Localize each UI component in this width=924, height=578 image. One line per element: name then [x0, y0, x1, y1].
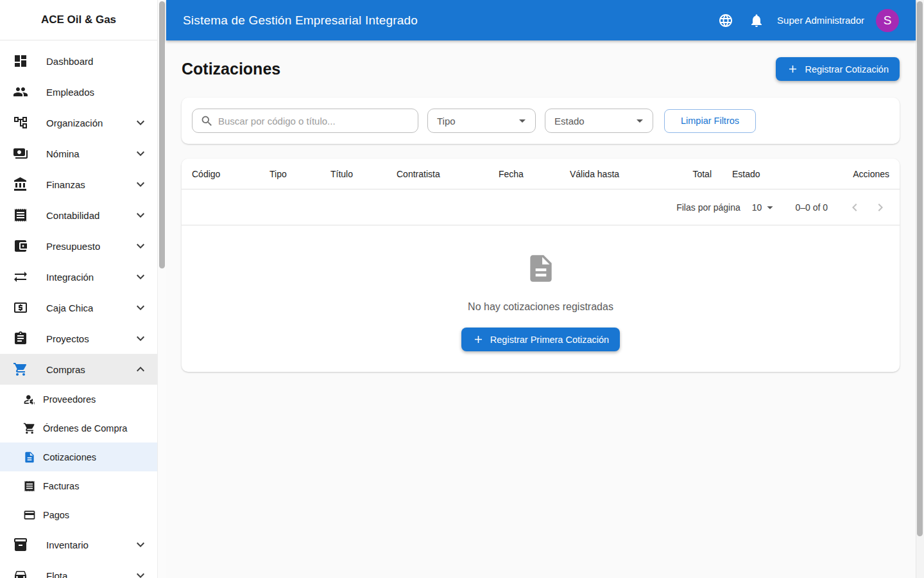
cart-icon — [13, 362, 28, 377]
sidebar-item-label: Inventario — [46, 539, 89, 550]
suppliers-icon — [23, 393, 36, 406]
chevron-down-icon — [133, 207, 148, 223]
chevron-down-icon — [133, 568, 148, 578]
chevron-left-icon — [847, 200, 862, 215]
sidebar-item-label: Nómina — [46, 148, 80, 159]
sidebar-subitem-facturas[interactable]: Facturas — [0, 471, 157, 500]
sidebar-item-label: Compras — [46, 364, 85, 375]
table-pagination: Filas por página 10 0–0 of 0 — [182, 189, 900, 225]
sidebar: ACE Oil & Gas Dashboard Empleados Organi… — [0, 0, 157, 578]
clear-filters-button[interactable]: Limpiar Filtros — [664, 109, 756, 133]
credit-card-icon — [23, 509, 36, 521]
car-icon — [13, 568, 28, 578]
sidebar-item-label: Organización — [46, 118, 103, 128]
chevron-down-icon — [133, 537, 148, 552]
main-area: Sistema de Gestión Empresarial Integrado… — [166, 0, 916, 578]
dashboard-icon — [13, 53, 28, 69]
sidebar-subitem-label: Proveedores — [43, 394, 96, 405]
sidebar-item-proyectos[interactable]: Proyectos — [0, 323, 157, 354]
chevron-down-icon — [133, 115, 148, 130]
sidebar-subitem-label: Cotizaciones — [43, 452, 96, 462]
type-select-label: Tipo — [437, 116, 456, 127]
column-header-acciones: Acciones — [817, 159, 900, 189]
sidebar-item-label: Dashboard — [46, 56, 93, 67]
chevron-down-icon — [133, 177, 148, 192]
sidebar-item-label: Caja Chica — [46, 302, 93, 313]
empty-document-icon — [525, 252, 557, 285]
avatar-initial: S — [884, 13, 892, 28]
sidebar-item-contabilidad[interactable]: Contabilidad — [0, 200, 157, 231]
plus-icon — [787, 63, 799, 75]
search-icon — [200, 114, 214, 128]
page-content: Cotizaciones Registrar Cotización Tipo E… — [166, 40, 916, 578]
page-scrollbar-thumb[interactable] — [917, 1, 923, 536]
column-header-tipo: Tipo — [259, 159, 320, 189]
sidebar-scrollbar-thumb[interactable] — [159, 1, 165, 268]
type-select[interactable]: Tipo — [427, 109, 536, 133]
register-quotation-label: Registrar Cotización — [805, 64, 889, 74]
dropdown-arrow-icon — [515, 113, 530, 128]
sidebar-item-empleados[interactable]: Empleados — [0, 76, 157, 107]
bell-icon[interactable] — [749, 13, 764, 28]
sidebar-item-dashboard[interactable]: Dashboard — [0, 46, 157, 76]
chevron-right-icon — [873, 200, 888, 215]
sidebar-item-flota[interactable]: Flota — [0, 560, 157, 578]
sidebar-item-finanzas[interactable]: Finanzas — [0, 169, 157, 200]
sidebar-item-organizacion[interactable]: Organización — [0, 107, 157, 138]
next-page-button[interactable] — [868, 195, 893, 220]
chevron-down-icon — [133, 269, 148, 285]
status-select-label: Estado — [554, 116, 585, 127]
app-title: Sistema de Gestión Empresarial Integrado — [183, 13, 418, 28]
document-icon — [23, 451, 36, 464]
sidebar-item-presupuesto[interactable]: Presupuesto — [0, 231, 157, 261]
quotations-table-card: Código Tipo Título Contratista Fecha Vál… — [182, 159, 900, 372]
chevron-down-icon — [133, 238, 148, 254]
sidebar-subitem-pagos[interactable]: Pagos — [0, 500, 157, 529]
column-header-total: Total — [657, 159, 722, 189]
sidebar-item-label: Integración — [46, 272, 94, 283]
column-header-fecha: Fecha — [488, 159, 560, 189]
globe-icon[interactable] — [718, 13, 733, 28]
inventory-icon — [13, 537, 28, 552]
sidebar-item-nomina[interactable]: Nómina — [0, 138, 157, 169]
filters-card: Tipo Estado Limpiar Filtros — [182, 98, 900, 144]
column-header-estado: Estado — [722, 159, 817, 189]
sync-icon — [13, 269, 28, 285]
sidebar-subitem-ordenes-de-compra[interactable]: Órdenes de Compra — [0, 414, 157, 442]
chevron-down-icon — [133, 331, 148, 346]
avatar[interactable]: S — [876, 9, 899, 32]
sidebar-item-label: Flota — [46, 570, 67, 578]
brand-title: ACE Oil & Gas — [0, 0, 157, 40]
rows-per-page-value: 10 — [752, 202, 762, 213]
sidebar-subitem-cotizaciones[interactable]: Cotizaciones — [0, 442, 157, 471]
sidebar-item-caja-chica[interactable]: Caja Chica — [0, 292, 157, 323]
sidebar-nav: Dashboard Empleados Organización Nómina … — [0, 40, 157, 578]
sidebar-item-compras[interactable]: Compras — [0, 354, 157, 385]
column-header-codigo: Código — [182, 159, 259, 189]
sidebar-subitem-label: Pagos — [43, 510, 69, 520]
register-first-quotation-button[interactable]: Registrar Primera Cotización — [461, 328, 620, 351]
chevron-down-icon — [133, 300, 148, 315]
sidebar-subitem-proveedores[interactable]: Proveedores — [0, 385, 157, 414]
sidebar-item-label: Contabilidad — [46, 210, 99, 221]
cart-icon — [23, 422, 36, 435]
register-quotation-button[interactable]: Registrar Cotización — [776, 57, 900, 81]
page-scrollbar[interactable] — [916, 0, 924, 578]
previous-page-button[interactable] — [842, 195, 868, 220]
table-header-row: Código Tipo Título Contratista Fecha Vál… — [182, 159, 900, 189]
search-input[interactable] — [218, 116, 410, 127]
sidebar-item-integracion[interactable]: Integración — [0, 261, 157, 292]
topbar: Sistema de Gestión Empresarial Integrado… — [166, 0, 916, 40]
column-header-titulo: Título — [320, 159, 386, 189]
clipboard-icon — [13, 331, 28, 346]
rows-per-page-select[interactable]: 10 — [752, 200, 778, 215]
chevron-up-icon — [133, 362, 148, 377]
user-name: Super Administrador — [777, 15, 864, 26]
pagination-range: 0–0 of 0 — [795, 202, 828, 213]
sidebar-item-inventario[interactable]: Inventario — [0, 529, 157, 560]
sidebar-item-label: Presupuesto — [46, 241, 100, 252]
status-select[interactable]: Estado — [545, 109, 653, 133]
sidebar-scrollbar[interactable] — [157, 0, 166, 578]
empty-state: No hay cotizaciones registradas Registra… — [182, 225, 900, 372]
dropdown-arrow-icon — [632, 113, 647, 128]
